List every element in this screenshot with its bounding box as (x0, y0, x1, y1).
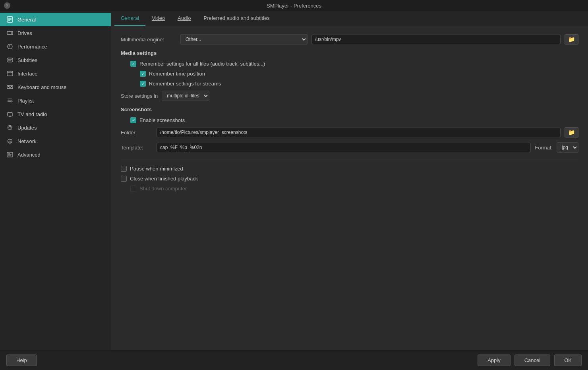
enable-screenshots-checkbox[interactable] (130, 117, 136, 123)
svg-rect-14 (10, 86, 10, 87)
folder-browse-button[interactable]: 📁 (565, 127, 578, 138)
tab-general[interactable]: General (114, 11, 145, 26)
sidebar-label-advanced: Advanced (17, 152, 41, 158)
sidebar-label-interface: Interface (17, 71, 38, 77)
shutdown-label: Shut down computer (139, 186, 187, 192)
sidebar-item-playlist[interactable]: Playlist (0, 94, 111, 107)
sidebar-item-interface[interactable]: Interface (0, 67, 111, 80)
svg-rect-10 (7, 71, 13, 76)
sidebar-item-general[interactable]: General (0, 13, 111, 26)
store-settings-select[interactable]: multiple ini files (162, 91, 209, 101)
general-icon (6, 16, 14, 23)
updates-icon (6, 124, 14, 131)
pause-minimized-row[interactable]: Pause when minimized (121, 166, 578, 172)
folder-row: Folder: 📁 (121, 127, 578, 138)
pause-minimized-checkbox[interactable] (121, 166, 127, 172)
remember-streams-row[interactable]: Remember settings for streams (140, 81, 578, 87)
sidebar-item-network[interactable]: Network (0, 134, 111, 148)
network-icon (6, 138, 14, 145)
sidebar-item-performance[interactable]: Performance (0, 40, 111, 53)
advanced-icon (6, 151, 14, 158)
sidebar-item-updates[interactable]: Updates (0, 121, 111, 134)
window-title: SMPlayer - Preferences (267, 3, 321, 9)
sidebar-label-playlist: Playlist (17, 98, 34, 104)
sidebar-label-updates: Updates (17, 125, 37, 131)
titlebar: SMPlayer - Preferences (0, 0, 588, 11)
sidebar-label-tv: TV and radio (17, 111, 47, 117)
performance-icon (6, 43, 14, 50)
tabs-bar: General Video Audio Preferred audio and … (111, 11, 588, 26)
playlist-icon (6, 97, 14, 104)
sidebar-label-performance: Performance (17, 44, 47, 50)
remember-time-label: Remember time position (149, 71, 205, 77)
remember-all-files-checkbox[interactable] (130, 61, 136, 67)
interface-icon (6, 70, 14, 77)
media-settings-title: Media settings (121, 50, 578, 56)
close-finished-checkbox[interactable] (121, 176, 127, 182)
enable-screenshots-label: Enable screenshots (139, 117, 185, 123)
drives-icon (6, 29, 14, 37)
sidebar-label-general: General (17, 17, 36, 23)
remember-time-checkbox[interactable] (140, 71, 146, 77)
svg-rect-21 (8, 112, 12, 116)
template-label: Template: (121, 145, 153, 151)
engine-select[interactable]: Other... (180, 34, 308, 45)
apply-button[interactable]: Apply (478, 355, 511, 366)
format-label: Format: (535, 145, 553, 151)
enable-screenshots-row[interactable]: Enable screenshots (130, 117, 578, 123)
close-finished-row[interactable]: Close when finished playback (121, 176, 578, 182)
svg-point-5 (11, 33, 12, 34)
sidebar-label-subtitles: Subtitles (17, 57, 37, 63)
bottom-bar: Help Apply Cancel OK (0, 350, 588, 370)
folder-label: Folder: (121, 130, 153, 136)
sidebar: General Drives Performance Subtitles Int… (0, 11, 111, 350)
template-row: Template: Format: jpg (121, 142, 578, 153)
tab-audio[interactable]: Audio (171, 11, 197, 26)
tab-video[interactable]: Video (145, 11, 171, 26)
content-area: General Video Audio Preferred audio and … (111, 11, 588, 350)
template-input[interactable] (157, 143, 531, 152)
sidebar-item-keyboard-mouse[interactable]: Keyboard and mouse (0, 80, 111, 94)
pause-minimized-label: Pause when minimized (130, 166, 183, 172)
sidebar-item-subtitles[interactable]: Subtitles (0, 53, 111, 67)
sidebar-label-keyboard: Keyboard and mouse (17, 84, 67, 90)
main-layout: General Drives Performance Subtitles Int… (0, 11, 588, 350)
sidebar-item-drives[interactable]: Drives (0, 26, 111, 40)
tv-icon (6, 110, 14, 118)
remember-all-files-label: Remember settings for all files (audio t… (139, 61, 265, 67)
sidebar-label-drives: Drives (17, 30, 32, 36)
help-button[interactable]: Help (6, 355, 37, 366)
format-select[interactable]: jpg (557, 142, 578, 153)
engine-label: Multimedia engine: (121, 37, 176, 43)
remember-streams-label: Remember settings for streams (149, 81, 221, 87)
folder-path-field[interactable] (157, 128, 561, 137)
subtitles-icon (6, 56, 14, 64)
remember-all-files-row[interactable]: Remember settings for all files (audio t… (130, 61, 578, 67)
svg-rect-16 (9, 87, 11, 88)
engine-browse-button[interactable]: 📁 (565, 34, 578, 45)
sidebar-item-tv-radio[interactable]: TV and radio (0, 107, 111, 121)
shutdown-checkbox[interactable] (130, 186, 136, 192)
remember-streams-checkbox[interactable] (140, 81, 146, 87)
sidebar-label-network: Network (17, 138, 37, 144)
svg-rect-13 (8, 86, 9, 87)
ok-button[interactable]: OK (554, 355, 582, 366)
sidebar-item-advanced[interactable]: Advanced (0, 148, 111, 161)
engine-path-field[interactable] (311, 35, 561, 44)
tab-preferred[interactable]: Preferred audio and subtitles (197, 11, 276, 26)
svg-rect-15 (11, 86, 12, 87)
shutdown-row[interactable]: Shut down computer (130, 186, 578, 192)
screenshots-title: Screenshots (121, 107, 578, 112)
engine-row: Multimedia engine: Other... 📁 (121, 34, 578, 45)
svg-rect-7 (7, 58, 13, 62)
close-finished-label: Close when finished playback (130, 176, 198, 182)
cancel-button[interactable]: Cancel (514, 355, 550, 366)
svg-marker-20 (12, 101, 13, 103)
keyboard-icon (6, 83, 14, 91)
store-settings-row: Store settings in multiple ini files (121, 91, 578, 101)
action-buttons: Apply Cancel OK (478, 355, 582, 366)
close-button[interactable] (4, 2, 10, 9)
settings-panel: Multimedia engine: Other... 📁 Media sett… (111, 26, 588, 350)
svg-point-23 (8, 126, 12, 130)
remember-time-row[interactable]: Remember time position (140, 71, 578, 77)
